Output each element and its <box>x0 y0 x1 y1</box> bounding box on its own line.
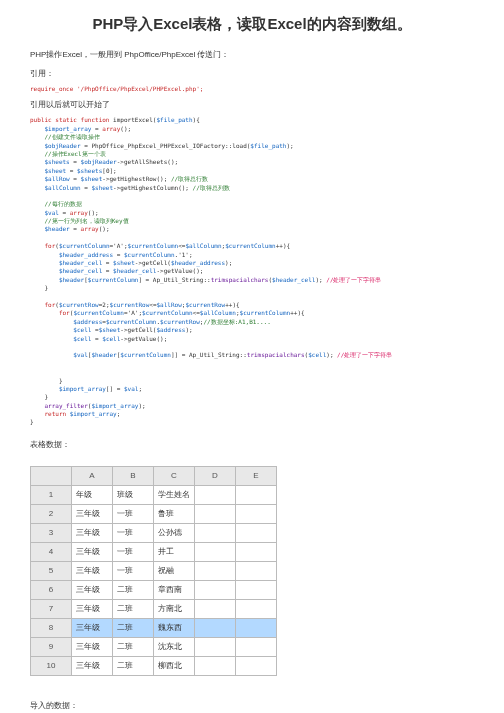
table-row: 3三年级一班公孙德 <box>31 523 277 542</box>
col-header: A <box>72 466 113 485</box>
col-header: B <box>113 466 154 485</box>
table-row: 7三年级二班方南北 <box>31 599 277 618</box>
table-row: 2三年级一班鲁班 <box>31 504 277 523</box>
col-header: E <box>236 466 277 485</box>
require-line: require_once '/PhpOffice/PhpExcel/PHPExc… <box>30 85 474 93</box>
code-block: public static function importExcel($file… <box>30 116 474 426</box>
table-row: 10三年级二班柳西北 <box>31 656 277 675</box>
col-header <box>31 466 72 485</box>
col-header: C <box>154 466 195 485</box>
table-row: 4三年级一班井工 <box>31 542 277 561</box>
table-section-label: 表格数据： <box>30 439 474 450</box>
table-row: 1年级班级学生姓名 <box>31 485 277 504</box>
after-include: 引用以后就可以开始了 <box>30 99 474 110</box>
page-title: PHP导入Excel表格，读取Excel的内容到数组。 <box>30 15 474 34</box>
col-header: D <box>195 466 236 485</box>
table-row: 8三年级二班魏东西 <box>31 618 277 637</box>
table-row: 6三年级二班章西南 <box>31 580 277 599</box>
table-row: 9三年级二班沈东北 <box>31 637 277 656</box>
excel-table: ABCDE1年级班级学生姓名2三年级一班鲁班3三年级一班公孙德4三年级一班井工5… <box>30 466 277 676</box>
table-row: 5三年级一班祝融 <box>31 561 277 580</box>
intro-text: PHP操作Excel，一般用到 PhpOffice/PhpExcel 传送门： <box>30 49 474 60</box>
import-section-label: 导入的数据： <box>30 700 474 711</box>
include-label: 引用： <box>30 68 474 79</box>
